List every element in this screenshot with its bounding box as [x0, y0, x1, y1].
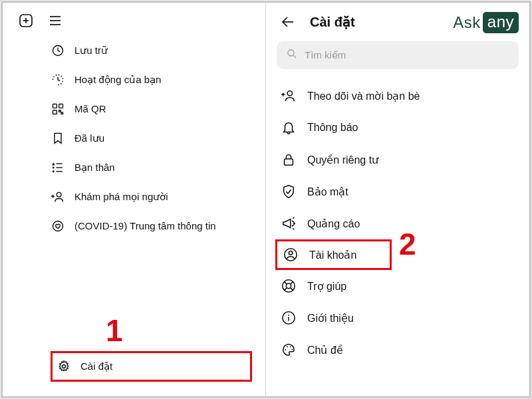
app-frame: Lưu trữ Hoạt động của bạn Mã QR Đã lưu — [1, 1, 531, 398]
svg-rect-10 — [59, 110, 61, 112]
menu-item-activity[interactable]: Hoạt động của bạn — [51, 65, 252, 94]
svg-point-24 — [288, 50, 294, 56]
follow-person-icon — [281, 88, 297, 104]
settings-item-about[interactable]: Giới thiệu — [281, 302, 519, 334]
svg-point-18 — [57, 192, 61, 197]
settings-label: Giới thiệu — [307, 312, 354, 325]
settings-item-security[interactable]: Bảo mật — [281, 176, 519, 207]
gear-icon — [57, 359, 71, 374]
svg-rect-29 — [285, 159, 293, 165]
svg-point-22 — [63, 365, 66, 368]
svg-point-47 — [292, 348, 293, 350]
menu-item-archive[interactable]: Lưu trữ — [51, 36, 252, 65]
settings-label: Quảng cáo — [307, 217, 360, 230]
menu-item-saved[interactable]: Đã lưu — [51, 124, 252, 153]
menu-item-discover[interactable]: Khám phá mọi người — [51, 182, 252, 211]
settings-label: Bảo mật — [307, 186, 348, 198]
activity-icon — [51, 72, 65, 87]
bell-icon — [281, 120, 297, 136]
menu-label: (COVID-19) Trung tâm thông tin — [74, 219, 216, 233]
menu-label: Lưu trữ — [74, 43, 108, 57]
settings-item-notifications[interactable]: Thông báo — [281, 112, 519, 144]
menu-item-qr[interactable]: Mã QR — [51, 94, 252, 124]
callout-number-2: 2 — [399, 226, 416, 262]
settings-label: Trợ giúp — [307, 280, 346, 293]
svg-rect-7 — [53, 104, 57, 108]
search-icon — [286, 48, 298, 63]
settings-item-help[interactable]: Trợ giúp — [281, 270, 519, 302]
search-input[interactable]: Tìm kiếm — [277, 41, 519, 69]
svg-line-30 — [293, 217, 294, 219]
menu-label: Hoạt động của bạn — [74, 72, 161, 86]
archive-icon — [51, 43, 65, 58]
svg-line-25 — [293, 55, 296, 58]
lifebuoy-icon — [281, 278, 297, 294]
search-placeholder: Tìm kiếm — [305, 49, 346, 61]
svg-line-40 — [285, 288, 287, 291]
settings-label: Quyền riêng tư — [307, 154, 378, 166]
panel-settings: Cài đặt Ask any Tìm kiếm Theo dõi và mời… — [266, 3, 529, 396]
heart-circle-icon — [51, 219, 65, 233]
qr-icon — [51, 102, 65, 116]
brand-logo: Ask any — [453, 12, 519, 33]
menu-label: Mã QR — [74, 102, 106, 116]
svg-point-34 — [289, 251, 293, 255]
menu-label: Đã lưu — [74, 131, 104, 145]
settings-item-theme[interactable]: Chủ đề — [281, 334, 519, 366]
brand-any: any — [483, 12, 519, 33]
svg-rect-8 — [59, 104, 63, 108]
svg-point-17 — [53, 171, 55, 172]
svg-line-39 — [291, 282, 293, 285]
settings-item-follow-invite[interactable]: Theo dõi và mời bạn bè — [281, 80, 519, 112]
svg-point-45 — [287, 346, 288, 348]
profile-menu-list: Lưu trữ Hoạt động của bạn Mã QR Đã lưu — [3, 36, 265, 241]
menu-item-closefriends[interactable]: Bạn thân — [51, 153, 252, 182]
svg-line-32 — [293, 228, 294, 229]
page-title: Cài đặt — [310, 14, 355, 30]
settings-item-privacy[interactable]: Quyền riêng tư — [281, 144, 519, 176]
settings-list: Theo dõi và mời bạn bè Thông báo Quyền r… — [266, 80, 529, 366]
svg-point-16 — [53, 167, 55, 168]
menu-label: Bạn thân — [74, 160, 115, 174]
svg-point-26 — [287, 91, 292, 96]
svg-line-37 — [285, 282, 287, 285]
settings-label: Chủ đề — [307, 344, 343, 356]
add-person-icon — [51, 190, 65, 204]
callout-number-1: 1 — [106, 313, 123, 348]
account-circle-icon — [283, 247, 299, 263]
settings-label: Cài đặt — [80, 360, 112, 372]
svg-rect-9 — [53, 110, 57, 114]
create-post-icon[interactable] — [17, 12, 35, 29]
svg-rect-11 — [61, 112, 63, 114]
svg-line-38 — [291, 288, 293, 291]
bottom-area: Cài đặt — [51, 351, 252, 382]
panel-profile-menu: Lưu trữ Hoạt động của bạn Mã QR Đã lưu — [3, 3, 266, 396]
settings-label: Tài khoản — [309, 249, 356, 261]
brand-ask: Ask — [453, 13, 481, 32]
svg-point-21 — [53, 221, 63, 231]
list-star-icon — [51, 160, 65, 175]
menu-item-settings[interactable]: Cài đặt — [51, 351, 252, 382]
settings-label: Thông báo — [307, 122, 358, 134]
svg-point-36 — [286, 283, 291, 288]
svg-point-44 — [285, 349, 287, 350]
megaphone-icon — [281, 215, 297, 231]
palette-icon — [281, 342, 297, 358]
svg-point-43 — [288, 315, 289, 316]
settings-label: Theo dõi và mời bạn bè — [307, 90, 420, 102]
topbar-left — [3, 3, 265, 36]
lock-icon — [281, 152, 297, 168]
bookmark-icon — [51, 131, 65, 146]
hamburger-menu-icon[interactable] — [47, 12, 64, 29]
back-arrow-icon[interactable] — [279, 13, 297, 31]
info-icon — [281, 310, 297, 326]
shield-check-icon — [281, 184, 297, 200]
settings-item-account[interactable]: Tài khoản — [275, 239, 392, 270]
menu-item-covid[interactable]: (COVID-19) Trung tâm thông tin — [51, 211, 252, 241]
svg-point-46 — [290, 346, 291, 348]
svg-marker-15 — [52, 163, 55, 166]
menu-label: Khám phá mọi người — [74, 190, 168, 203]
